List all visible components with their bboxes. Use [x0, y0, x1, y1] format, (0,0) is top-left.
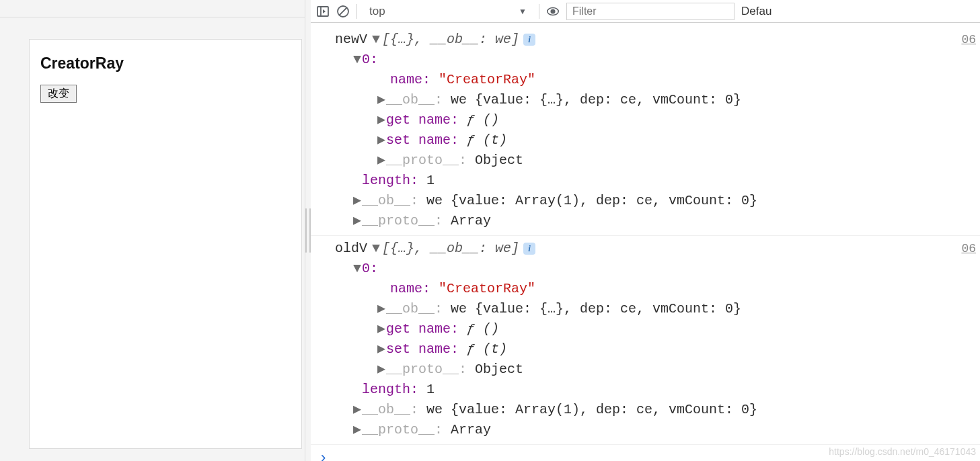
svg-line-4: [340, 7, 347, 15]
object-value: "CreatorRay": [439, 72, 535, 87]
object-value: Array: [451, 213, 491, 228]
object-key[interactable]: set name:: [386, 341, 459, 357]
expand-arrow-icon[interactable]: ▼: [352, 50, 362, 70]
object-key[interactable]: __ob__:: [386, 301, 443, 317]
variable-label: oldV: [335, 239, 367, 259]
change-button[interactable]: 改变: [40, 85, 77, 103]
svg-marker-2: [323, 9, 326, 13]
object-key[interactable]: __proto__:: [362, 213, 443, 228]
object-key[interactable]: __ob__:: [362, 193, 418, 208]
object-key[interactable]: __ob__:: [386, 92, 443, 108]
object-value: Object: [475, 153, 523, 168]
preview-title: CreatorRay: [40, 54, 291, 73]
context-selector-value: top: [369, 5, 385, 18]
console-message: oldV ▼ [{…}, __ob__: we] i 06 ▼0: name: …: [311, 236, 980, 445]
console-output: newV ▼ [{…}, __ob__: we] i 06 ▼0: name: …: [311, 23, 980, 461]
object-summary[interactable]: [{…}, __ob__: we]: [382, 239, 519, 259]
object-value: "CreatorRay": [439, 281, 535, 296]
object-summary[interactable]: [{…}, __ob__: we]: [382, 30, 519, 50]
object-value: we {value: Array(1), dep: ce, vmCount: 0…: [426, 193, 757, 208]
expand-arrow-icon[interactable]: ▶: [352, 191, 362, 211]
expand-arrow-icon[interactable]: ▶: [352, 420, 362, 440]
expand-arrow-icon[interactable]: ▶: [352, 400, 362, 420]
expand-arrow-icon[interactable]: ▼: [371, 30, 381, 50]
expand-arrow-icon[interactable]: ▼: [371, 239, 381, 259]
object-key[interactable]: __proto__:: [362, 422, 443, 437]
console-filter-input[interactable]: [566, 3, 734, 20]
object-value: Array: [451, 422, 491, 437]
info-badge-icon[interactable]: i: [523, 34, 535, 46]
expand-arrow-icon[interactable]: ▶: [352, 211, 362, 231]
source-link[interactable]: 06: [961, 31, 976, 49]
object-value: 1: [426, 382, 435, 397]
expand-arrow-icon[interactable]: ▶: [377, 90, 386, 110]
expand-arrow-icon[interactable]: ▶: [377, 360, 386, 380]
object-value: we {value: Array(1), dep: ce, vmCount: 0…: [426, 402, 757, 417]
svg-point-6: [551, 9, 554, 13]
expand-arrow-icon[interactable]: ▶: [377, 299, 386, 319]
source-link[interactable]: 06: [961, 240, 976, 258]
sidebar-toggle-icon[interactable]: [316, 5, 330, 18]
object-key: length:: [362, 173, 418, 188]
preview-topbar: [0, 0, 305, 17]
devtools-toolbar: top ▼ Defau: [311, 0, 980, 23]
expand-arrow-icon[interactable]: ▶: [377, 110, 386, 130]
console-prompt[interactable]: ›: [311, 445, 980, 461]
log-levels-label[interactable]: Defau: [741, 5, 771, 18]
object-key: name:: [390, 281, 430, 296]
object-key[interactable]: 0:: [362, 261, 378, 276]
object-value: ƒ (): [467, 112, 499, 128]
object-key[interactable]: 0:: [362, 52, 378, 67]
object-value: Object: [475, 362, 523, 377]
pane-splitter[interactable]: [305, 0, 311, 461]
expand-arrow-icon[interactable]: ▶: [377, 339, 386, 360]
object-value: ƒ (t): [467, 132, 507, 148]
object-key[interactable]: get name:: [386, 321, 459, 337]
object-value: ƒ (): [467, 321, 499, 337]
object-value: we {value: {…}, dep: ce, vmCount: 0}: [451, 301, 741, 317]
expand-arrow-icon[interactable]: ▶: [377, 130, 386, 151]
devtools-pane: top ▼ Defau newV ▼ [{…}, __ob__: we] i 0…: [311, 0, 980, 461]
clear-console-icon[interactable]: [336, 5, 350, 18]
object-value: we {value: {…}, dep: ce, vmCount: 0}: [451, 92, 741, 108]
object-key[interactable]: set name:: [386, 132, 459, 148]
splitter-grip-icon: [305, 208, 311, 253]
context-selector[interactable]: top ▼: [364, 3, 532, 20]
toolbar-divider: [539, 4, 539, 19]
object-key: length:: [362, 382, 418, 397]
expand-arrow-icon[interactable]: ▶: [377, 319, 386, 339]
preview-card: CreatorRay 改变: [29, 39, 302, 449]
live-expression-icon[interactable]: [546, 5, 560, 18]
expand-arrow-icon[interactable]: ▼: [352, 259, 362, 279]
chevron-down-icon: ▼: [519, 7, 527, 16]
object-key[interactable]: __proto__:: [386, 153, 467, 168]
object-key: name:: [390, 72, 430, 87]
variable-label: newV: [335, 30, 367, 50]
console-message: newV ▼ [{…}, __ob__: we] i 06 ▼0: name: …: [311, 27, 980, 236]
preview-pane: CreatorRay 改变: [0, 0, 305, 461]
object-key[interactable]: get name:: [386, 112, 459, 128]
object-key[interactable]: __proto__:: [386, 362, 467, 377]
object-key[interactable]: __ob__:: [362, 402, 418, 417]
info-badge-icon[interactable]: i: [523, 243, 535, 255]
object-value: 1: [426, 173, 435, 188]
object-value: ƒ (t): [467, 341, 507, 357]
expand-arrow-icon[interactable]: ▶: [377, 151, 386, 171]
toolbar-divider: [356, 4, 357, 19]
